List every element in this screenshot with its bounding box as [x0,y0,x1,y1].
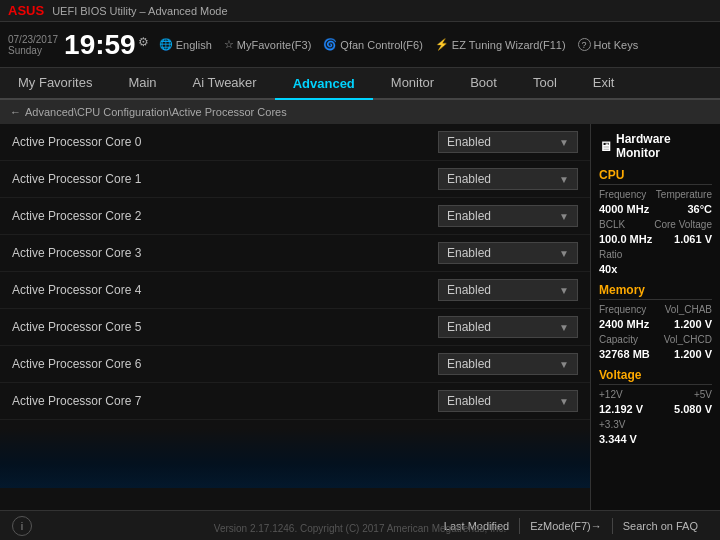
core-row-5: Active Processor Core 5 Enabled ▼ [0,309,590,346]
main-content: Active Processor Core 0 Enabled ▼ Active… [0,124,720,510]
nav-tool[interactable]: Tool [515,67,575,99]
mem-cap-value-row: 32768 MB 1.200 V [599,348,712,360]
top-bar: ASUS UEFI BIOS Utility – Advanced Mode [0,0,720,22]
time-wrapper: 19:59 ⚙ [64,31,149,59]
qfan-tool[interactable]: 🌀 Qfan Control(F6) [323,38,423,51]
core-select-7[interactable]: Enabled ▼ [438,390,578,412]
nav-boot[interactable]: Boot [452,67,515,99]
volt-12v-label: +12V [599,389,623,400]
cpu-bclk-value: 100.0 MHz [599,233,652,245]
mem-freq-value-row: 2400 MHz 1.200 V [599,318,712,330]
hardware-monitor-panel: 🖥 Hardware Monitor CPU Frequency Tempera… [590,124,720,510]
cpu-temp-label: Temperature [656,189,712,200]
cpu-freq-row: Frequency Temperature [599,189,712,200]
cpu-freq-value: 4000 MHz [599,203,649,215]
dropdown-arrow-3: ▼ [559,248,569,259]
mem-cap-label: Capacity [599,334,638,345]
dropdown-arrow-5: ▼ [559,322,569,333]
nav-monitor[interactable]: Monitor [373,67,452,99]
volt-33v-label: +3.3V [599,419,625,430]
volt-33v-value-row: 3.344 V [599,433,712,445]
day-display: Sunday [8,45,58,56]
cpu-bclk-row: BCLK Core Voltage [599,219,712,230]
core-value-0: Enabled [447,135,491,149]
volt-33v-row: +3.3V [599,419,712,430]
gear-icon[interactable]: ⚙ [138,35,149,49]
favorites-icon: ☆ [224,38,234,51]
cpu-bclk-value-row: 100.0 MHz 1.061 V [599,233,712,245]
hotkeys-tool[interactable]: ? Hot Keys [578,38,639,51]
mem-cap-row: Capacity Vol_CHCD [599,334,712,345]
core-row-6: Active Processor Core 6 Enabled ▼ [0,346,590,383]
volt-5v-label: +5V [694,389,712,400]
cpu-ratio-value: 40x [599,263,617,275]
core-value-5: Enabled [447,320,491,334]
language-icon: 🌐 [159,38,173,51]
dropdown-arrow-0: ▼ [559,137,569,148]
nav-my-favorites[interactable]: My Favorites [0,67,110,99]
breadcrumb-text: Advanced\CPU Configuration\Active Proces… [25,106,287,118]
core-value-1: Enabled [447,172,491,186]
nav-ai-tweaker[interactable]: Ai Tweaker [175,67,275,99]
time-display: 19:59 [64,31,136,59]
version-text: Version 2.17.1246. Copyright (C) 2017 Am… [214,523,506,534]
cpu-freq-value-row: 4000 MHz 36°C [599,203,712,215]
mem-freq-row: Frequency Vol_CHAB [599,304,712,315]
core-select-5[interactable]: Enabled ▼ [438,316,578,338]
core-select-2[interactable]: Enabled ▼ [438,205,578,227]
header-tools: 🌐 English ☆ MyFavorite(F3) 🌀 Qfan Contro… [159,38,639,51]
monitor-icon: 🖥 [599,139,612,154]
mem-volchab-value: 1.200 V [674,318,712,330]
core-value-3: Enabled [447,246,491,260]
core-row-3: Active Processor Core 3 Enabled ▼ [0,235,590,272]
navbar: My Favorites Main Ai Tweaker Advanced Mo… [0,68,720,100]
core-row-1: Active Processor Core 1 Enabled ▼ [0,161,590,198]
ez-mode-button[interactable]: EzMode(F7)→ [520,518,613,534]
ez-tuning-tool[interactable]: ⚡ EZ Tuning Wizard(F11) [435,38,566,51]
core-value-7: Enabled [447,394,491,408]
info-icon: i [21,520,23,532]
qfan-icon: 🌀 [323,38,337,51]
mem-volchab-label: Vol_CHAB [665,304,712,315]
cpu-temp-value: 36°C [687,203,712,215]
favorites-tool[interactable]: ☆ MyFavorite(F3) [224,38,312,51]
core-select-6[interactable]: Enabled ▼ [438,353,578,375]
date-display: 07/23/2017 [8,34,58,45]
dropdown-arrow-6: ▼ [559,359,569,370]
hw-monitor-title: 🖥 Hardware Monitor [599,132,712,160]
cpu-ratio-label: Ratio [599,249,622,260]
core-label-5: Active Processor Core 5 [12,320,141,334]
nav-exit[interactable]: Exit [575,67,633,99]
core-select-1[interactable]: Enabled ▼ [438,168,578,190]
dropdown-arrow-2: ▼ [559,211,569,222]
language-tool[interactable]: 🌐 English [159,38,212,51]
core-value-4: Enabled [447,283,491,297]
search-faq-button[interactable]: Search on FAQ [613,518,708,534]
info-button[interactable]: i [12,516,32,536]
core-label-4: Active Processor Core 4 [12,283,141,297]
core-select-4[interactable]: Enabled ▼ [438,279,578,301]
nav-main[interactable]: Main [110,67,174,99]
volt-12v-value-row: 12.192 V 5.080 V [599,403,712,415]
bios-title: UEFI BIOS Utility – Advanced Mode [52,5,227,17]
core-select-0[interactable]: Enabled ▼ [438,131,578,153]
core-select-3[interactable]: Enabled ▼ [438,242,578,264]
core-label-2: Active Processor Core 2 [12,209,141,223]
breadcrumb: ← Advanced\CPU Configuration\Active Proc… [0,100,720,124]
mem-freq-label: Frequency [599,304,646,315]
core-value-2: Enabled [447,209,491,223]
core-row-7: Active Processor Core 7 Enabled ▼ [0,383,590,420]
header: 07/23/2017 Sunday 19:59 ⚙ 🌐 English ☆ My… [0,22,720,68]
hotkeys-icon: ? [578,38,591,51]
breadcrumb-arrow: ← [10,106,21,118]
nav-advanced[interactable]: Advanced [275,68,373,100]
cpu-bclk-label: BCLK [599,219,625,230]
bottom-bar: i Version 2.17.1246. Copyright (C) 2017 … [0,510,720,540]
volt-12v-row: +12V +5V [599,389,712,400]
mem-freq-value: 2400 MHz [599,318,649,330]
cpu-corevolt-label: Core Voltage [654,219,712,230]
cpu-section-title: CPU [599,168,712,185]
volt-12v-value: 12.192 V [599,403,643,415]
asus-logo: ASUS [8,3,44,18]
core-row-4: Active Processor Core 4 Enabled ▼ [0,272,590,309]
